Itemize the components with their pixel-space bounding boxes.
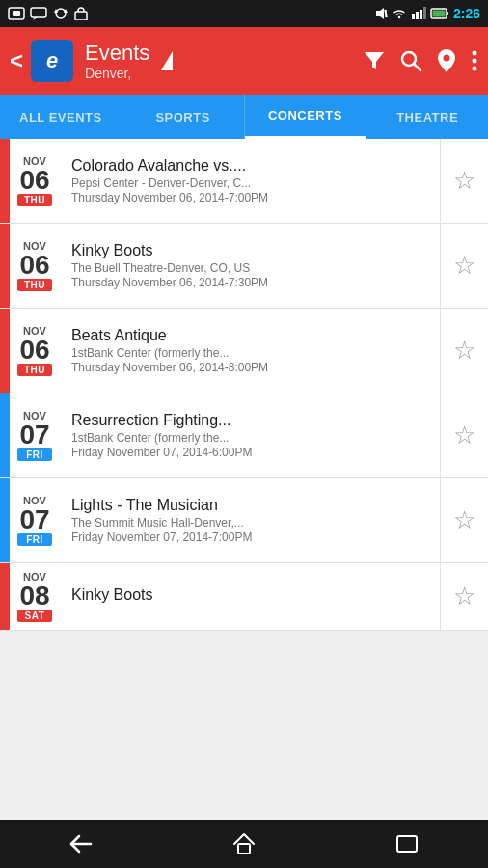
event-star-button[interactable]: ☆ xyxy=(440,309,488,393)
event-star-button[interactable]: ☆ xyxy=(440,224,488,308)
event-star-button[interactable]: ☆ xyxy=(440,139,488,223)
event-dow: SAT xyxy=(17,610,52,622)
ticket-stub xyxy=(0,309,10,393)
event-name: Kinky Boots xyxy=(71,242,432,259)
event-name: Colorado Avalanche vs.... xyxy=(71,157,432,175)
ticket-stub xyxy=(0,139,10,223)
mute-icon xyxy=(374,7,388,20)
svg-rect-17 xyxy=(432,11,445,17)
status-right: 2:26 xyxy=(374,6,480,21)
event-info: Lights - The Musician The Summit Music H… xyxy=(60,478,440,562)
signal-icon xyxy=(411,7,426,20)
event-name: Lights - The Musician xyxy=(71,497,432,514)
event-venue: 1stBank Center (formerly the... xyxy=(71,431,432,445)
ticket-stub xyxy=(0,393,10,477)
event-venue: The Summit Music Hall-Denver,... xyxy=(71,516,432,529)
back-nav-button[interactable] xyxy=(52,827,110,861)
event-row[interactable]: NOV 07 FRI Resurrection Fighting... 1stB… xyxy=(0,393,488,478)
svg-rect-1 xyxy=(13,11,20,16)
event-datetime: Friday November 07, 2014-6:00PM xyxy=(71,446,432,459)
more-icon[interactable] xyxy=(471,49,478,72)
star-icon: ☆ xyxy=(453,582,475,611)
star-icon: ☆ xyxy=(453,505,475,535)
event-info: Kinky Boots xyxy=(60,563,440,630)
status-time: 2:26 xyxy=(453,6,480,21)
event-date-badge: NOV 07 FRI xyxy=(0,478,60,562)
event-day: 06 xyxy=(19,252,49,279)
event-date-badge: NOV 06 THU xyxy=(0,224,60,308)
event-info: Resurrection Fighting... 1stBank Center … xyxy=(60,393,440,477)
event-day: 07 xyxy=(19,506,49,533)
event-dow: THU xyxy=(17,194,52,206)
star-icon: ☆ xyxy=(453,336,475,366)
event-row[interactable]: NOV 06 THU Beats Antique 1stBank Center … xyxy=(0,309,488,393)
event-day: 08 xyxy=(19,583,49,610)
event-datetime: Thursday November 06, 2014-7:30PM xyxy=(71,276,432,289)
events-list: NOV 06 THU Colorado Avalanche vs.... Pep… xyxy=(0,139,488,820)
event-row[interactable]: NOV 06 THU Kinky Boots The Buell Theatre… xyxy=(0,224,488,309)
svg-rect-12 xyxy=(416,12,419,19)
star-icon: ☆ xyxy=(453,166,475,196)
event-name: Kinky Boots xyxy=(71,586,432,604)
filter-icon[interactable] xyxy=(363,50,386,71)
header-right xyxy=(363,48,478,73)
event-venue: 1stBank Center (formerly the... xyxy=(71,346,432,360)
event-datetime: Thursday November 06, 2014-7:00PM xyxy=(71,191,432,204)
tab-sports[interactable]: SPORTS xyxy=(122,95,245,139)
event-dow: FRI xyxy=(17,533,52,546)
app-header: < e Events Denver, xyxy=(0,27,488,95)
svg-rect-2 xyxy=(31,8,46,17)
event-day: 06 xyxy=(19,167,49,194)
home-nav-button[interactable] xyxy=(215,827,273,861)
svg-point-21 xyxy=(444,55,450,62)
event-date-badge: NOV 08 SAT xyxy=(0,563,60,630)
search-icon[interactable] xyxy=(399,49,422,72)
star-icon: ☆ xyxy=(453,420,475,450)
event-row[interactable]: NOV 08 SAT Kinky Boots ☆ xyxy=(0,563,488,631)
header-subtitle: Denver, xyxy=(85,66,149,81)
svg-rect-11 xyxy=(412,14,415,19)
tab-concerts[interactable]: CONCERTS xyxy=(245,95,367,139)
event-star-button[interactable]: ☆ xyxy=(440,478,488,562)
event-row[interactable]: NOV 06 THU Colorado Avalanche vs.... Pep… xyxy=(0,139,488,224)
cat-icon xyxy=(52,7,69,20)
svg-rect-27 xyxy=(397,836,417,852)
location-icon[interactable] xyxy=(436,48,457,73)
event-row[interactable]: NOV 07 FRI Lights - The Musician The Sum… xyxy=(0,478,488,563)
signal-triangle-icon xyxy=(161,51,173,70)
svg-point-23 xyxy=(473,59,477,64)
event-star-button[interactable]: ☆ xyxy=(440,563,488,630)
event-info: Kinky Boots The Buell Theatre-Denver, CO… xyxy=(60,224,440,308)
svg-marker-8 xyxy=(376,8,384,19)
bag-icon xyxy=(74,7,88,20)
header-left: < e Events Denver, xyxy=(10,40,173,82)
event-star-button[interactable]: ☆ xyxy=(440,393,488,477)
ticket-stub xyxy=(0,224,10,308)
back-button[interactable]: < xyxy=(10,47,23,74)
svg-rect-16 xyxy=(447,12,448,15)
event-dow: FRI xyxy=(17,448,52,461)
svg-point-22 xyxy=(473,51,477,56)
svg-rect-26 xyxy=(238,844,250,854)
screen-record-icon xyxy=(8,7,25,20)
header-title-block: Events Denver, xyxy=(85,41,149,81)
event-date-badge: NOV 06 THU xyxy=(0,139,60,223)
star-icon: ☆ xyxy=(453,251,475,281)
tab-all-events[interactable]: ALL EVENTS xyxy=(0,95,122,139)
event-info: Beats Antique 1stBank Center (formerly t… xyxy=(60,309,440,393)
event-dow: THU xyxy=(17,279,52,291)
battery-icon xyxy=(430,8,449,19)
app-logo: e xyxy=(31,40,73,82)
event-day: 07 xyxy=(19,421,49,448)
status-bar: 2:26 xyxy=(0,0,488,27)
event-venue: Pepsi Center - Denver-Denver, C... xyxy=(71,176,432,190)
svg-rect-7 xyxy=(75,12,87,20)
status-icons xyxy=(8,7,88,20)
svg-point-4 xyxy=(56,9,66,18)
recent-nav-button[interactable] xyxy=(378,827,436,861)
tab-theatre[interactable]: THEATRE xyxy=(366,95,488,139)
event-name: Beats Antique xyxy=(71,327,432,344)
wifi-icon xyxy=(392,7,407,20)
event-date-badge: NOV 06 THU xyxy=(0,309,60,393)
tab-bar: ALL EVENTSSPORTSCONCERTSTHEATRE xyxy=(0,95,488,139)
